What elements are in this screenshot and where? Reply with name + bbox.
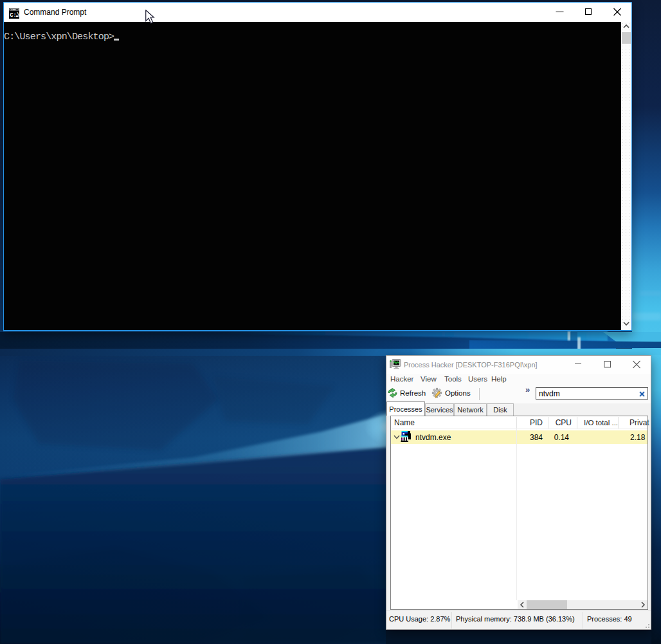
svg-text:C:\: C:\ (10, 12, 19, 19)
